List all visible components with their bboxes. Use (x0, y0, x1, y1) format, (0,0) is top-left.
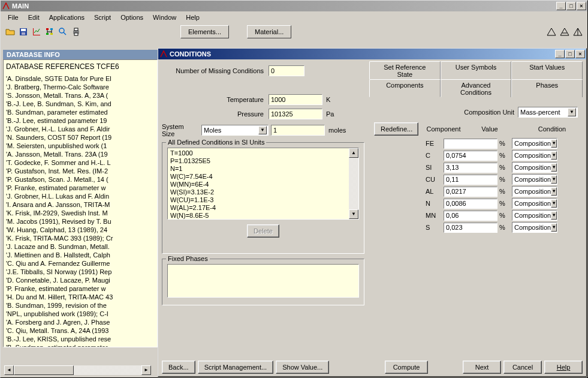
component-condition-select[interactable]: Composition▼ (512, 162, 557, 173)
material-button[interactable]: Material... (247, 25, 291, 38)
elements-button[interactable]: Elements... (180, 25, 229, 38)
triangle3-icon[interactable] (572, 26, 584, 38)
component-value-input[interactable] (444, 163, 497, 173)
tab-user-symbols[interactable]: User Symbols (441, 61, 512, 79)
menu-applications[interactable]: Applications (44, 13, 89, 22)
minimize-button[interactable]: _ (555, 50, 565, 58)
component-value-input[interactable] (444, 139, 497, 149)
menu-file[interactable]: File (3, 13, 23, 22)
temp-input[interactable] (269, 94, 322, 105)
scroll-thumb[interactable] (14, 365, 74, 375)
defined-condition-item[interactable]: W(N)=8.6E-5 (170, 212, 348, 220)
list-scrollbar[interactable]: ▲ ▼ (349, 148, 358, 219)
component-value-input[interactable] (444, 199, 497, 209)
component-condition-select[interactable]: Composition▼ (512, 186, 557, 197)
reference-item: 'S. Jonsson, Metall. Trans. A, 23A ( (6, 91, 155, 100)
component-condition-select[interactable]: Composition▼ (512, 174, 557, 185)
save-icon[interactable] (17, 26, 29, 38)
reference-item: 'P. Gustafson, Inst. Met. Res. (IM-2 (6, 167, 155, 175)
reference-item: 'J. Lacaze and B. Sundman, Metall. (6, 242, 155, 251)
menu-options[interactable]: Options (116, 13, 148, 22)
component-condition-select[interactable]: Composition▼ (512, 210, 557, 221)
component-value-input[interactable] (444, 187, 497, 197)
component-condition-select[interactable]: Composition▼ (512, 150, 557, 161)
script-mgmt-button[interactable]: Script Management... (198, 361, 274, 374)
conditions-titlebar[interactable]: CONDITIONS _ □ × (158, 49, 586, 59)
main-win-controls: _ □ × (556, 2, 586, 10)
component-condition-select[interactable]: Composition▼ (512, 198, 557, 209)
next-button[interactable]: Next (463, 361, 501, 374)
tab-advanced-conditions[interactable]: Advanced Conditions (441, 79, 512, 97)
scroll-right-button[interactable]: ► (141, 365, 151, 375)
reference-hscrollbar[interactable]: ◄ ► (4, 365, 151, 375)
compute-button[interactable]: Compute (385, 361, 428, 374)
component-condition-select[interactable]: Composition▼ (512, 222, 557, 233)
defined-condition-item[interactable]: W(MN)=6E-4 (170, 181, 348, 188)
fixed-phases-list[interactable] (167, 264, 359, 298)
menu-window[interactable]: Window (148, 13, 181, 22)
component-name: MN (426, 212, 444, 219)
defined-condition-item[interactable]: W(SI)=3.13E-2 (170, 188, 348, 196)
close-button[interactable]: × (575, 50, 585, 58)
back-button[interactable]: Back... (162, 361, 195, 374)
component-condition-value: Composition (514, 212, 551, 219)
tree-icon[interactable] (44, 26, 56, 38)
tab-components[interactable]: Components (369, 79, 441, 97)
temp-label: Temperature (161, 96, 269, 103)
component-row: FE%Composition▼ (426, 138, 578, 149)
minimize-button[interactable]: _ (556, 2, 566, 10)
percent-label: % (497, 176, 507, 183)
triangle2-icon[interactable] (559, 26, 571, 38)
comp-unit-select[interactable]: Mass-percent ▼ (518, 107, 578, 118)
component-value-input[interactable] (444, 151, 497, 161)
size-input[interactable] (271, 125, 325, 136)
component-value-input[interactable] (444, 223, 497, 233)
size-unit-select[interactable]: Moles ▼ (201, 125, 269, 136)
tab-set-reference[interactable]: Set Reference State (369, 61, 441, 79)
scroll-left-button[interactable]: ◄ (4, 365, 14, 375)
defined-condition-item[interactable]: P=1.01325E5 (170, 157, 348, 165)
component-row: AL%Composition▼ (426, 186, 578, 197)
defined-condition-item[interactable]: T=1000 (170, 149, 348, 157)
app-icon (2, 2, 10, 10)
scroll-up-button[interactable]: ▲ (349, 148, 358, 158)
search-icon[interactable] (57, 26, 69, 38)
reference-list[interactable]: DATABASE REFERENCES TCFE6 'A. Dinsdale, … (3, 59, 158, 347)
main-titlebar[interactable]: MAIN _ □ × (1, 1, 587, 11)
defined-condition-item[interactable]: W(CU)=1.1E-3 (170, 196, 348, 204)
component-condition-select[interactable]: Composition▼ (512, 138, 557, 149)
defined-condition-item[interactable]: W(C)=7.54E-4 (170, 173, 348, 181)
defined-conditions-list[interactable]: T=1000P=1.01325E5N=1W(C)=7.54E-4W(MN)=6E… (167, 148, 359, 220)
press-input[interactable] (269, 109, 322, 119)
print-icon[interactable] (70, 26, 82, 38)
show-value-button[interactable]: Show Value... (276, 361, 329, 374)
defined-condition-item[interactable]: W(AL)=2.17E-4 (170, 204, 348, 212)
graph-icon[interactable] (31, 26, 43, 38)
tab-start-values[interactable]: Start Values (511, 61, 583, 79)
svg-point-7 (59, 28, 64, 33)
svg-rect-4 (50, 28, 53, 30)
maximize-button[interactable]: □ (565, 50, 575, 58)
menu-edit[interactable]: Edit (23, 13, 44, 22)
cancel-button[interactable]: Cancel (503, 361, 542, 374)
defined-condition-item[interactable]: N=1 (170, 165, 348, 173)
menu-script[interactable]: Script (89, 13, 116, 22)
component-name: S (426, 224, 444, 231)
close-button[interactable]: × (577, 2, 586, 10)
delete-button[interactable]: Delete (247, 224, 279, 238)
menu-help[interactable]: Help (181, 13, 204, 22)
component-condition-value: Composition (514, 140, 551, 147)
open-icon[interactable] (4, 26, 16, 38)
missing-input[interactable] (269, 65, 304, 76)
size-unit-value: Moles (204, 127, 221, 134)
maximize-button[interactable]: □ (566, 2, 576, 10)
tab-phases[interactable]: Phases (511, 79, 583, 97)
scroll-down-button[interactable]: ▼ (349, 209, 358, 219)
component-value-input[interactable] (444, 175, 497, 185)
redefine-button[interactable]: Redefine... (374, 122, 418, 136)
chevron-down-icon: ▼ (551, 139, 557, 148)
component-name: C (426, 152, 444, 159)
help-button[interactable]: Help (544, 361, 583, 374)
component-value-input[interactable] (444, 211, 497, 221)
triangle1-icon[interactable] (545, 26, 557, 38)
